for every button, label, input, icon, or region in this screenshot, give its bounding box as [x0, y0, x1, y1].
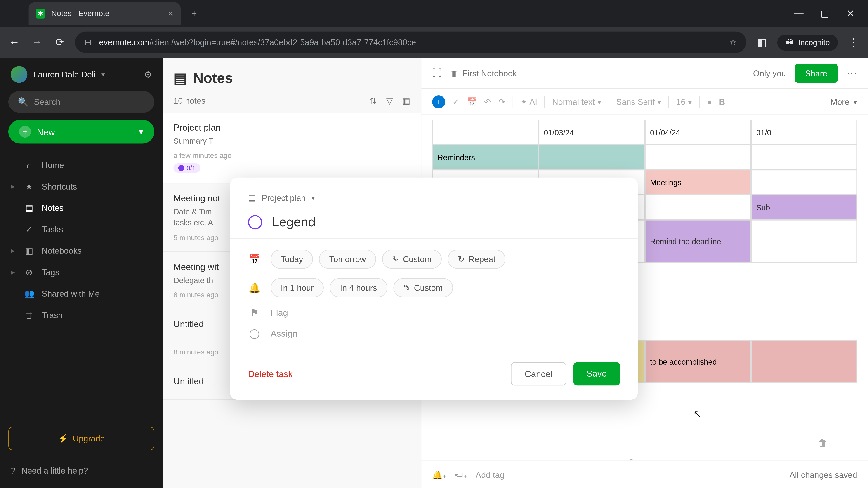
redo-icon[interactable]: ↷: [498, 97, 506, 106]
remind-4h-chip[interactable]: In 4 hours: [330, 278, 387, 297]
more-formatting[interactable]: More ▾: [831, 97, 857, 106]
new-button[interactable]: + New ▾: [8, 120, 154, 143]
sidebar-item-notebooks[interactable]: ▶▥Notebooks: [0, 240, 163, 262]
browser-tab[interactable]: ✱ Notes - Evernote ×: [29, 2, 181, 25]
evernote-favicon: ✱: [36, 8, 45, 18]
assign-button[interactable]: Assign: [271, 328, 298, 338]
sidebar-item-shared[interactable]: 👥Shared with Me: [0, 283, 163, 304]
remind-1h-chip[interactable]: In 1 hour: [271, 278, 324, 297]
table-cell[interactable]: [751, 340, 857, 383]
sidebar: Lauren Dale Deli ▾ ⚙ 🔍 Search + New ▾ ⌂H…: [0, 58, 163, 488]
user-name: Lauren Dale Deli: [33, 70, 96, 79]
share-button[interactable]: Share: [794, 64, 838, 83]
account-switcher[interactable]: Lauren Dale Deli ▾ ⚙: [0, 66, 163, 91]
address-bar[interactable]: ⊟ evernote.com/client/web?login=true#/no…: [75, 32, 746, 53]
save-button[interactable]: Save: [573, 362, 620, 385]
sidebar-item-tasks[interactable]: ✓Tasks: [0, 219, 163, 240]
table-cell[interactable]: [538, 145, 645, 170]
remind-custom-chip[interactable]: ✎Custom: [393, 278, 453, 297]
flag-button[interactable]: Flag: [271, 307, 288, 318]
table-cell[interactable]: [645, 195, 751, 220]
help-icon: ?: [11, 466, 16, 475]
sidebar-item-home[interactable]: ⌂Home: [0, 154, 163, 176]
cancel-button[interactable]: Cancel: [511, 362, 566, 385]
forward-button[interactable]: →: [30, 36, 44, 48]
reload-button[interactable]: ⟳: [53, 36, 67, 49]
bookmark-icon[interactable]: ☆: [729, 37, 737, 47]
delete-task-button[interactable]: Delete task: [248, 369, 293, 379]
table-cell[interactable]: [645, 145, 751, 170]
help-link[interactable]: ?Need a little help?: [8, 461, 154, 480]
sidebar-item-notes[interactable]: ▤Notes: [0, 197, 163, 219]
table-cell[interactable]: [751, 170, 857, 195]
note-list-item[interactable]: Project plan Summary T a few minutes ago…: [163, 112, 421, 184]
undo-icon[interactable]: ↶: [484, 97, 491, 106]
upgrade-button[interactable]: ⚡Upgrade: [8, 427, 154, 450]
browser-tab-strip: ✱ Notes - Evernote × + — ▢ ✕: [0, 0, 868, 27]
delete-icon[interactable]: 🗑: [818, 438, 827, 449]
url-domain: evernote.com: [99, 37, 150, 47]
insert-button[interactable]: +: [432, 95, 445, 108]
table-cell[interactable]: to be accomplished: [645, 340, 751, 383]
table-cell[interactable]: 01/0: [751, 120, 857, 145]
table-cell[interactable]: 01/03/24: [538, 120, 645, 145]
font-size-select[interactable]: 16 ▾: [676, 97, 692, 106]
add-tag-icon[interactable]: 🏷₊: [455, 470, 467, 479]
font-select[interactable]: Sans Serif ▾: [616, 97, 661, 106]
close-window-icon[interactable]: ✕: [846, 8, 856, 19]
repeat-chip[interactable]: ↻Repeat: [448, 250, 506, 269]
parent-note-selector[interactable]: ▤ Project plan ▾: [248, 193, 620, 202]
table-cell[interactable]: Reminders: [432, 145, 538, 170]
expand-icon[interactable]: ▶: [11, 269, 17, 275]
table-cell[interactable]: Sub: [751, 195, 857, 220]
task-icon[interactable]: ✓: [452, 97, 460, 106]
task-checkbox[interactable]: [248, 215, 262, 229]
more-actions-icon[interactable]: ⋯: [846, 66, 857, 79]
close-tab-icon[interactable]: ×: [168, 8, 174, 19]
calendar-icon[interactable]: 📅: [467, 97, 477, 106]
browser-menu-icon[interactable]: ⋮: [846, 36, 861, 49]
side-panel-icon[interactable]: ◧: [755, 36, 769, 49]
filter-icon[interactable]: ▽: [386, 96, 393, 105]
incognito-badge[interactable]: 🕶 Incognito: [777, 34, 838, 51]
table-cell[interactable]: 01/04/24: [645, 120, 751, 145]
settings-icon[interactable]: ⚙: [144, 69, 152, 80]
assign-icon[interactable]: ◯: [626, 457, 637, 460]
paragraph-style-select[interactable]: Normal text ▾: [552, 97, 601, 106]
badge-dot-icon: [178, 165, 184, 171]
view-icon[interactable]: ▦: [402, 96, 410, 105]
table-cell[interactable]: [751, 220, 857, 263]
minimize-icon[interactable]: —: [794, 8, 803, 19]
more-icon[interactable]: ⋯: [645, 457, 654, 460]
table-cell[interactable]: [751, 145, 857, 170]
add-tag-label[interactable]: Add tag: [475, 470, 504, 479]
save-status: All changes saved: [789, 470, 857, 479]
expand-icon[interactable]: ▶: [11, 248, 17, 254]
ai-button[interactable]: ✦ AI: [520, 97, 537, 106]
due-custom-chip[interactable]: ✎Custom: [382, 250, 442, 269]
due-today-chip[interactable]: Today: [271, 250, 313, 269]
new-tab-button[interactable]: +: [191, 8, 197, 19]
task-title-input[interactable]: Legend: [272, 215, 315, 230]
text-color-icon[interactable]: ●: [707, 97, 712, 106]
table-cell[interactable]: Remind the deadline: [645, 220, 751, 263]
sort-icon[interactable]: ⇅: [370, 96, 377, 105]
table-cell[interactable]: [432, 120, 538, 145]
sidebar-item-shortcuts[interactable]: ▶★Shortcuts: [0, 176, 163, 197]
add-reminder-icon[interactable]: 🔔₊: [432, 470, 446, 479]
back-button[interactable]: ←: [7, 36, 22, 48]
maximize-icon[interactable]: ▢: [820, 8, 830, 19]
flag-icon[interactable]: ⚑: [609, 457, 618, 460]
expand-icon[interactable]: ⛶: [432, 68, 442, 78]
sidebar-item-trash[interactable]: 🗑Trash: [0, 304, 163, 326]
site-info-icon[interactable]: ⊟: [85, 37, 92, 47]
pencil-icon: ✎: [392, 254, 399, 264]
sidebar-item-tags[interactable]: ▶⊘Tags: [0, 262, 163, 283]
table-cell[interactable]: Meetings: [645, 170, 751, 195]
due-tomorrow-chip[interactable]: Tomorrow: [319, 250, 376, 269]
plus-icon: +: [19, 126, 31, 138]
expand-icon[interactable]: ▶: [11, 184, 17, 189]
search-input[interactable]: 🔍 Search: [8, 91, 154, 112]
notebook-selector[interactable]: ▥First Notebook: [450, 68, 517, 78]
bold-icon[interactable]: B: [719, 97, 725, 106]
